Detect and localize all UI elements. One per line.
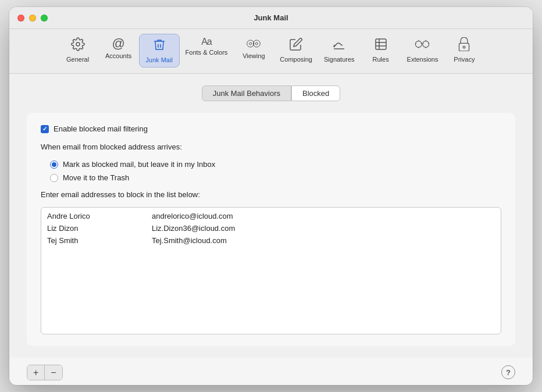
- blocked-section: Enable blocked mail filtering When email…: [27, 113, 515, 346]
- list-item[interactable]: Tej Smith Tej.Smith@icloud.com: [41, 234, 501, 247]
- toolbar-item-accounts[interactable]: @ Accounts: [98, 34, 139, 67]
- radio-move-trash-label: Move it to the Trash: [63, 173, 129, 182]
- toolbar-item-rules-label: Rules: [373, 56, 389, 63]
- toolbar: General @ Accounts Junk Mail Aa Fonts & …: [9, 29, 533, 74]
- bottom-bar: + − ?: [9, 358, 533, 385]
- svg-point-2: [249, 42, 252, 45]
- gear-icon: [71, 37, 85, 54]
- radio-move-trash-row: Move it to the Trash: [50, 173, 501, 182]
- svg-point-11: [423, 41, 429, 48]
- minimize-button[interactable]: [29, 15, 36, 22]
- enable-filtering-row: Enable blocked mail filtering: [41, 124, 501, 133]
- window-title: Junk Mail: [254, 13, 288, 22]
- contact-name-1: Liz Dizon: [47, 224, 129, 233]
- contact-name-2: Tej Smith: [47, 236, 129, 245]
- toolbar-item-general-label: General: [66, 56, 89, 63]
- list-label: Enter email addresses to block in the li…: [41, 190, 501, 199]
- close-button[interactable]: [17, 15, 24, 22]
- radio-mark-blocked-label: Mark as blocked mail, but leave it in my…: [63, 160, 215, 169]
- svg-point-13: [463, 46, 465, 48]
- contact-email-1: Liz.Dizon36@icloud.com: [152, 224, 235, 233]
- blocked-list-inner: Andre Lorico andrelorico@icloud.com Liz …: [41, 208, 501, 249]
- toolbar-item-extensions-label: Extensions: [407, 56, 438, 63]
- contact-email-0: andrelorico@icloud.com: [152, 212, 233, 220]
- toolbar-item-junk-mail-label: Junk Mail: [145, 56, 172, 63]
- tab-blocked[interactable]: Blocked: [291, 85, 340, 101]
- titlebar: Junk Mail: [9, 7, 533, 29]
- toolbar-item-general[interactable]: General: [58, 34, 98, 67]
- svg-point-10: [416, 41, 422, 48]
- toolbar-item-signatures[interactable]: Signatures: [318, 34, 361, 67]
- toolbar-item-signatures-label: Signatures: [324, 56, 355, 63]
- svg-rect-12: [459, 43, 469, 51]
- toolbar-item-fonts-colors[interactable]: Aa Fonts & Colors: [180, 34, 234, 67]
- svg-rect-6: [376, 39, 386, 49]
- zoom-button[interactable]: [41, 15, 48, 22]
- enable-filtering-checkbox[interactable]: [41, 125, 49, 133]
- main-content: Junk Mail Behaviors Blocked Enable block…: [9, 74, 533, 358]
- svg-point-4: [256, 42, 258, 45]
- toolbar-item-privacy[interactable]: Privacy: [444, 34, 484, 67]
- add-button[interactable]: +: [27, 365, 45, 380]
- toolbar-item-viewing-label: Viewing: [243, 52, 265, 59]
- fonts-icon: Aa: [201, 37, 212, 47]
- enable-filtering-label: Enable blocked mail filtering: [54, 124, 148, 133]
- remove-button[interactable]: −: [45, 365, 62, 380]
- list-item[interactable]: Liz Dizon Liz.Dizon36@icloud.com: [41, 222, 501, 234]
- radio-mark-blocked-row: Mark as blocked mail, but leave it in my…: [50, 160, 501, 169]
- privacy-icon: [458, 37, 470, 54]
- radio-group: Mark as blocked mail, but leave it in my…: [41, 160, 501, 182]
- contact-email-2: Tej.Smith@icloud.com: [152, 236, 227, 245]
- extensions-icon: [414, 37, 430, 54]
- toolbar-item-rules[interactable]: Rules: [361, 34, 401, 67]
- rules-icon: [374, 37, 388, 54]
- radio-mark-blocked[interactable]: [50, 161, 58, 169]
- toolbar-item-extensions[interactable]: Extensions: [401, 34, 444, 67]
- toolbar-item-fonts-label: Fonts & Colors: [186, 49, 228, 56]
- toolbar-item-accounts-label: Accounts: [105, 52, 131, 59]
- junk-mail-icon: [152, 38, 166, 54]
- composing-icon: [289, 37, 303, 54]
- toolbar-item-composing-label: Composing: [280, 56, 312, 63]
- svg-point-0: [76, 42, 80, 46]
- main-window: Junk Mail General @ Accounts: [9, 7, 533, 385]
- tab-bar: Junk Mail Behaviors Blocked: [27, 85, 515, 101]
- help-button[interactable]: ?: [501, 365, 515, 379]
- toolbar-item-junk-mail[interactable]: Junk Mail: [139, 34, 180, 67]
- contact-name-0: Andre Lorico: [47, 212, 129, 220]
- toolbar-item-composing[interactable]: Composing: [274, 34, 318, 67]
- radio-move-trash[interactable]: [50, 174, 58, 182]
- toolbar-item-viewing[interactable]: Viewing: [233, 34, 274, 67]
- when-arrives-label: When email from blocked address arrives:: [41, 141, 501, 152]
- at-icon: @: [112, 37, 124, 50]
- blocked-list[interactable]: Andre Lorico andrelorico@icloud.com Liz …: [41, 207, 501, 334]
- add-remove-controls: + −: [27, 365, 63, 380]
- tab-junk-mail-behaviors[interactable]: Junk Mail Behaviors: [202, 85, 291, 101]
- toolbar-item-privacy-label: Privacy: [454, 56, 475, 63]
- window-controls: [17, 15, 48, 22]
- list-item[interactable]: Andre Lorico andrelorico@icloud.com: [41, 210, 501, 222]
- viewing-icon: [247, 37, 261, 50]
- signatures-icon: [332, 37, 346, 54]
